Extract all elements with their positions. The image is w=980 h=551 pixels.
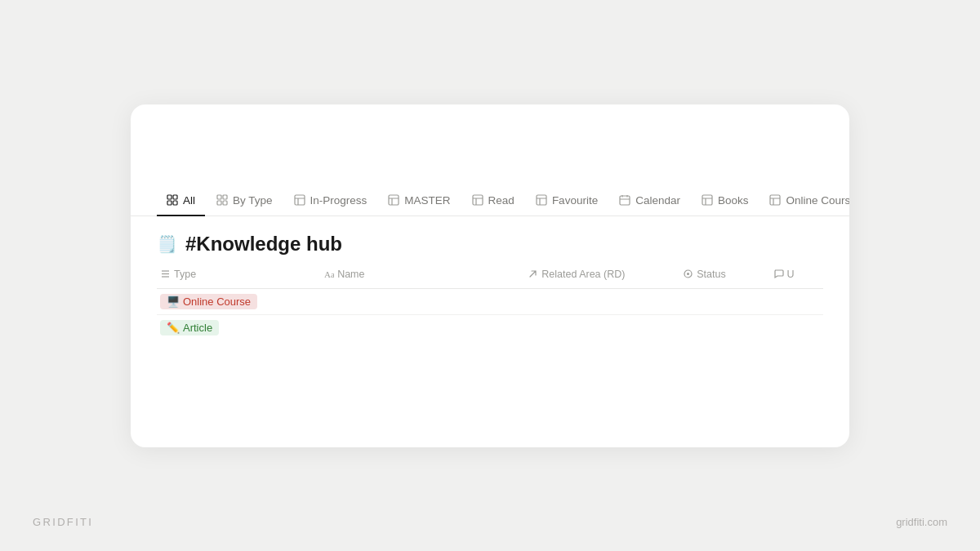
col-header-type: Type bbox=[157, 262, 314, 289]
tab-books[interactable]: Books bbox=[692, 186, 759, 216]
svg-rect-14 bbox=[473, 195, 483, 205]
svg-rect-7 bbox=[223, 201, 227, 205]
type-cell-1: 🖥️ Online Course bbox=[157, 289, 314, 315]
tab-calendar[interactable]: Calendar bbox=[609, 186, 690, 216]
tab-read[interactable]: Read bbox=[462, 186, 524, 216]
svg-rect-0 bbox=[167, 195, 172, 199]
tab-online-courses[interactable]: Online Courses bbox=[760, 186, 849, 216]
tab-online-courses-label: Online Courses bbox=[786, 194, 849, 207]
name-cell-2 bbox=[314, 315, 518, 341]
tab-all-label: All bbox=[183, 194, 195, 207]
grid-icon-5 bbox=[536, 194, 547, 206]
speech-icon bbox=[773, 269, 784, 279]
col-header-related: Related Area (RD) bbox=[518, 262, 673, 289]
extra-cell-2 bbox=[764, 315, 823, 341]
svg-rect-3 bbox=[173, 201, 177, 205]
status-cell-2 bbox=[673, 315, 763, 341]
svg-rect-2 bbox=[167, 201, 172, 205]
tab-calendar-label: Calendar bbox=[635, 194, 680, 207]
tab-by-type-label: By Type bbox=[233, 194, 273, 207]
grid-icon-7 bbox=[769, 194, 781, 206]
col-header-status: Status bbox=[673, 262, 763, 289]
related-cell-1 bbox=[518, 289, 673, 315]
tab-in-progress-label: In-Progress bbox=[310, 194, 368, 207]
related-cell-2 bbox=[518, 315, 673, 341]
svg-rect-5 bbox=[223, 195, 227, 199]
tab-books-label: Books bbox=[718, 194, 749, 207]
tab-read-label: Read bbox=[488, 194, 514, 207]
svg-text:Aa: Aa bbox=[324, 269, 334, 279]
svg-rect-17 bbox=[537, 195, 546, 205]
svg-point-35 bbox=[687, 273, 689, 275]
svg-rect-1 bbox=[173, 195, 177, 199]
circle-icon bbox=[683, 269, 693, 279]
grid-icon bbox=[167, 194, 178, 206]
arrow-ne-icon bbox=[528, 269, 538, 279]
online-course-emoji: 🖥️ bbox=[167, 295, 180, 308]
grid-icon-3 bbox=[388, 194, 399, 206]
col-header-extra: U bbox=[764, 262, 823, 289]
text-icon: Aa bbox=[323, 269, 334, 279]
tab-favourite-label: Favourite bbox=[552, 194, 598, 207]
tag-article: ✏️ Article bbox=[160, 320, 219, 335]
page-header: 🗒️ #Knowledge hub bbox=[131, 216, 849, 262]
type-cell-2: ✏️ Article bbox=[157, 315, 314, 341]
table-icon bbox=[294, 194, 305, 206]
table-row[interactable]: ✏️ Article bbox=[157, 315, 823, 341]
tab-master-label: MASTER bbox=[404, 194, 450, 207]
extra-cell-1 bbox=[764, 289, 823, 315]
svg-rect-20 bbox=[620, 196, 630, 205]
svg-rect-6 bbox=[217, 201, 221, 205]
svg-rect-4 bbox=[217, 195, 221, 199]
status-cell-1 bbox=[673, 289, 763, 315]
tab-by-type[interactable]: By Type bbox=[207, 186, 283, 216]
knowledge-table: Type Aa Name bbox=[131, 262, 849, 447]
grid-icon-2 bbox=[216, 194, 228, 206]
name-cell-1 bbox=[314, 289, 518, 315]
page-emoji-icon: 🗒️ bbox=[157, 234, 177, 254]
page-title: #Knowledge hub bbox=[185, 233, 342, 256]
brand-right: gridfiti.com bbox=[896, 516, 947, 528]
calendar-icon bbox=[619, 194, 630, 206]
main-card: All By Type In-Progress bbox=[131, 104, 849, 447]
grid-icon-6 bbox=[702, 194, 713, 206]
tab-bar: All By Type In-Progress bbox=[131, 186, 849, 216]
tab-master[interactable]: MASTER bbox=[378, 186, 460, 216]
svg-rect-8 bbox=[295, 195, 305, 205]
list-icon bbox=[160, 269, 171, 279]
article-emoji: ✏️ bbox=[167, 322, 180, 334]
tag-online-course: 🖥️ Online Course bbox=[160, 294, 257, 309]
brand-left: GRIDFITI bbox=[33, 516, 93, 528]
svg-rect-24 bbox=[702, 195, 712, 205]
table-row[interactable]: 🖥️ Online Course bbox=[157, 289, 823, 315]
svg-rect-11 bbox=[389, 195, 399, 205]
tab-in-progress[interactable]: In-Progress bbox=[284, 186, 377, 216]
grid-icon-4 bbox=[472, 194, 483, 206]
col-header-name: Aa Name bbox=[314, 262, 518, 289]
tab-all[interactable]: All bbox=[157, 186, 205, 216]
tab-favourite[interactable]: Favourite bbox=[526, 186, 608, 216]
svg-rect-27 bbox=[770, 195, 780, 205]
